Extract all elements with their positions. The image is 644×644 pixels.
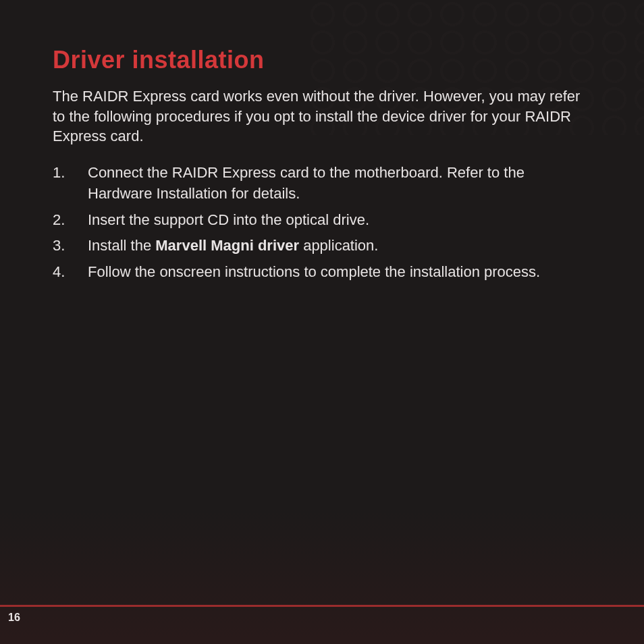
step-bold: Marvell Magni driver: [155, 237, 299, 254]
step-suffix: application.: [299, 237, 378, 254]
step-text: Follow the onscreen instructions to comp…: [88, 262, 591, 283]
step-item: 4. Follow the onscreen instructions to c…: [53, 262, 591, 283]
content-area: Driver installation The RAIDR Express ca…: [0, 0, 644, 283]
step-number: 4.: [53, 262, 88, 283]
step-item: 2. Insert the support CD into the optica…: [53, 210, 591, 231]
step-number: 3.: [53, 236, 88, 257]
step-prefix: Install the: [88, 237, 155, 254]
step-text: Install the Marvell Magni driver applica…: [88, 236, 591, 257]
step-number: 1.: [53, 163, 88, 205]
step-item: 3. Install the Marvell Magni driver appl…: [53, 236, 591, 257]
footer: 16: [0, 605, 644, 628]
footer-divider: [0, 605, 644, 607]
page-title: Driver installation: [53, 46, 591, 74]
step-text: Insert the support CD into the optical d…: [88, 210, 591, 231]
intro-paragraph: The RAIDR Express card works even withou…: [53, 86, 591, 146]
step-number: 2.: [53, 210, 88, 231]
steps-list: 1. Connect the RAIDR Express card to the…: [53, 163, 591, 283]
step-item: 1. Connect the RAIDR Express card to the…: [53, 163, 591, 205]
step-text: Connect the RAIDR Express card to the mo…: [88, 163, 591, 205]
page-number: 16: [8, 612, 20, 624]
